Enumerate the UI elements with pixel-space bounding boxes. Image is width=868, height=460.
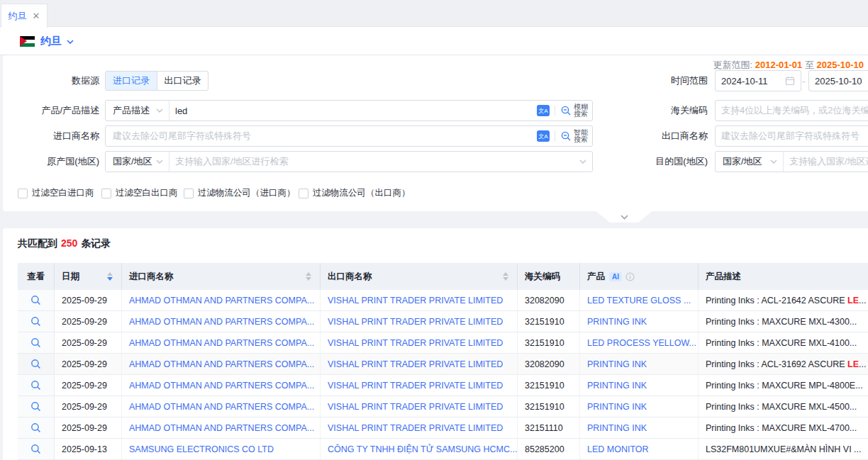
view-button[interactable]: [18, 311, 55, 332]
product-link[interactable]: LED PROCESS YELLOW...: [587, 338, 696, 348]
view-magnifier-icon[interactable]: [30, 295, 41, 305]
view-magnifier-icon[interactable]: [30, 380, 41, 391]
importer-link[interactable]: AHMAD OTHMAN AND PARTNERS COMPA...: [129, 423, 314, 433]
product-link[interactable]: PRINTING INK: [587, 359, 647, 369]
filter-logistics-importer-checkbox[interactable]: 过滤物流公司（进口商）: [184, 187, 296, 199]
exporter-link[interactable]: VISHAL PRINT TRADER PRIVATE LIMITED: [328, 359, 503, 369]
view-button[interactable]: [18, 417, 55, 438]
start-date-value: 2024-10-11: [721, 76, 768, 86]
exporter-cell: VISHAL PRINT TRADER PRIVATE LIMITED: [321, 290, 518, 310]
importer-cell: AHMAD OTHMAN AND PARTNERS COMPA...: [122, 311, 321, 332]
translate-icon[interactable]: 文A: [537, 105, 550, 116]
origin-search-input[interactable]: 支持输入国家/地区进行检索: [169, 155, 575, 168]
tab-close-icon[interactable]: ✕: [33, 11, 40, 21]
translate-icon[interactable]: 文A: [537, 130, 550, 142]
calendar-icon: [785, 76, 795, 86]
destination-country-select[interactable]: 国家/地区: [716, 152, 784, 172]
product-type-select[interactable]: 产品描述: [106, 101, 169, 120]
hs-code-cell: 32151910: [518, 311, 580, 332]
exporter-link[interactable]: VISHAL PRINT TRADER PRIVATE LIMITED: [328, 296, 503, 305]
export-records-button[interactable]: 出口记录: [157, 72, 208, 90]
fuzzy-search-icon[interactable]: [560, 105, 572, 116]
column-header-exporter[interactable]: 出口商名称: [321, 263, 518, 290]
import-records-button[interactable]: 进口记录: [106, 72, 157, 90]
update-range-label: 更新范围:: [713, 60, 753, 70]
column-header-hs-code: 海关编码: [518, 263, 580, 290]
origin-country-select[interactable]: 国家/地区: [106, 152, 169, 172]
filter-blank-exporter-checkbox[interactable]: 过滤空白出口商: [101, 187, 178, 199]
exporter-link[interactable]: CÔNG TY TNHH ĐIỆN TỬ SAMSUNG HCMC...: [328, 444, 517, 454]
origin-label: 原产国(地区): [3, 155, 99, 168]
chevron-down-icon[interactable]: [67, 40, 74, 44]
view-magnifier-icon[interactable]: [30, 337, 41, 348]
product-type-value: 产品描述: [113, 104, 150, 117]
view-magnifier-icon[interactable]: [30, 316, 41, 327]
description-cell: Printing Inks : MAXCURE MXL-4700...: [699, 417, 868, 438]
exporter-link[interactable]: VISHAL PRINT TRADER PRIVATE LIMITED: [328, 423, 503, 433]
info-icon[interactable]: [625, 272, 635, 281]
fuzzy-search-button[interactable]: 模糊搜索: [574, 103, 588, 118]
product-link[interactable]: PRINTING INK: [587, 317, 647, 327]
tab-jordan[interactable]: 约旦 ✕: [1, 4, 48, 28]
view-button[interactable]: [18, 290, 55, 310]
hs-code-cell: 32151110: [518, 417, 580, 438]
sort-icons[interactable]: [107, 272, 114, 281]
exporter-link[interactable]: VISHAL PRINT TRADER PRIVATE LIMITED: [328, 402, 503, 412]
product-cell: LED MONITOR: [580, 439, 699, 459]
view-magnifier-icon[interactable]: [30, 444, 41, 454]
destination-search-input[interactable]: 支持输入国家/地区进行检索: [784, 155, 868, 168]
view-button[interactable]: [18, 354, 55, 374]
exporter-cell: VISHAL PRINT TRADER PRIVATE LIMITED: [321, 396, 518, 417]
highlight-text: LE: [847, 359, 859, 369]
table-row: 2025-09-29AHMAD OTHMAN AND PARTNERS COMP…: [18, 311, 868, 332]
filter-blank-importer-checkbox[interactable]: 过滤空白进口商: [18, 187, 94, 199]
product-link[interactable]: LED MONITOR: [587, 444, 649, 454]
importer-link[interactable]: AHMAD OTHMAN AND PARTNERS COMPA...: [129, 402, 314, 412]
product-cell: LED TEXTURE GLOSS ...: [580, 290, 699, 310]
product-link[interactable]: PRINTING INK: [587, 423, 647, 433]
product-link[interactable]: LED TEXTURE GLOSS ...: [587, 296, 691, 305]
importer-input[interactable]: 建议去除公司尾部字符或特殊符号: [106, 130, 537, 142]
table-row: 2025-09-13SAMSUNG ELECTRONICS CO LTDCÔNG…: [18, 439, 868, 460]
hs-code-cell: 32082090: [518, 290, 580, 310]
start-date-input[interactable]: 2024-10-11: [715, 70, 801, 91]
view-magnifier-icon[interactable]: [30, 401, 41, 412]
product-search-input[interactable]: led: [169, 106, 537, 116]
importer-link[interactable]: AHMAD OTHMAN AND PARTNERS COMPA...: [129, 296, 314, 305]
exporter-input[interactable]: 建议去除公司尾部字符或特殊符号: [715, 125, 868, 147]
filter-logistics-exporter-checkbox[interactable]: 过滤物流公司（出口商）: [299, 187, 411, 199]
chevron-down-icon: [156, 108, 163, 113]
product-search-group: 产品描述 led 文A 模糊搜索: [105, 100, 593, 121]
smart-search-button[interactable]: 智能搜索: [574, 129, 588, 143]
importer-link[interactable]: AHMAD OTHMAN AND PARTNERS COMPA...: [129, 381, 314, 391]
collapse-panel-button[interactable]: [596, 211, 652, 223]
data-source-label: 数据源: [3, 74, 99, 87]
country-name[interactable]: 约旦: [40, 35, 62, 48]
column-header-importer[interactable]: 进口商名称: [122, 263, 321, 290]
importer-label: 进口商名称: [3, 130, 99, 142]
product-link[interactable]: PRINTING INK: [587, 381, 647, 391]
importer-cell: AHMAD OTHMAN AND PARTNERS COMPA...: [122, 375, 321, 396]
view-button[interactable]: [18, 396, 55, 417]
importer-link[interactable]: SAMSUNG ELECTRONICS CO LTD: [129, 444, 274, 454]
view-button[interactable]: [18, 439, 55, 459]
product-link[interactable]: PRINTING INK: [587, 402, 647, 412]
column-label: 出口商名称: [328, 271, 372, 283]
date-cell: 2025-09-29: [55, 354, 122, 374]
sort-icons[interactable]: [306, 272, 313, 281]
end-date-input[interactable]: 2025-10-10: [808, 70, 868, 91]
view-button[interactable]: [18, 332, 55, 353]
importer-link[interactable]: AHMAD OTHMAN AND PARTNERS COMPA...: [129, 317, 314, 327]
exporter-link[interactable]: VISHAL PRINT TRADER PRIVATE LIMITED: [328, 381, 503, 391]
column-header-date[interactable]: 日期: [55, 263, 122, 290]
hs-code-input[interactable]: 支持4位以上海关编码，或2位海关编码加...: [715, 100, 868, 121]
importer-link[interactable]: AHMAD OTHMAN AND PARTNERS COMPA...: [129, 359, 314, 369]
exporter-link[interactable]: VISHAL PRINT TRADER PRIVATE LIMITED: [328, 338, 503, 348]
sort-icons[interactable]: [503, 272, 510, 281]
smart-search-icon[interactable]: [560, 130, 572, 142]
view-magnifier-icon[interactable]: [30, 359, 41, 369]
exporter-link[interactable]: VISHAL PRINT TRADER PRIVATE LIMITED: [328, 317, 503, 327]
view-button[interactable]: [18, 375, 55, 396]
view-magnifier-icon[interactable]: [30, 422, 41, 433]
importer-link[interactable]: AHMAD OTHMAN AND PARTNERS COMPA...: [129, 338, 314, 348]
